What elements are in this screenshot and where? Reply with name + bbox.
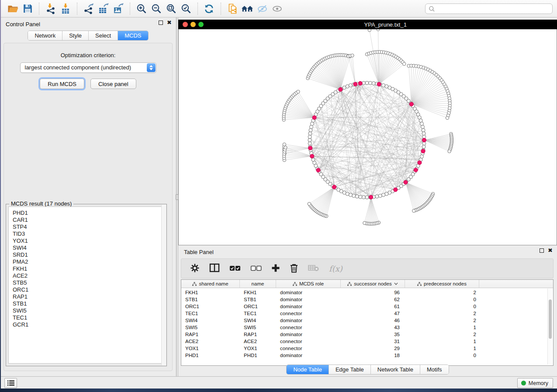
tab-motifs[interactable]: Motifs — [420, 365, 449, 374]
search-input[interactable] — [435, 4, 552, 13]
table-tabbar: Node Table Edge Table Network Table Moti… — [178, 364, 557, 375]
tab-network-table[interactable]: Network Table — [371, 365, 420, 374]
table-cell-successor_nodes: 96 — [341, 290, 405, 297]
run-mcds-button[interactable]: Run MCDS — [40, 79, 84, 89]
tab-select[interactable]: Select — [89, 31, 118, 40]
mcds-result-item[interactable]: PMA2 — [13, 258, 164, 265]
tab-style[interactable]: Style — [62, 31, 89, 40]
tab-mcds[interactable]: MCDS — [118, 31, 148, 40]
node-table-header: shared name name MCDS role successor nod… — [181, 280, 553, 288]
float-panel-button[interactable] — [159, 21, 163, 25]
mcds-result-item[interactable]: STB1 — [13, 300, 164, 307]
zoom-selected-button[interactable] — [179, 1, 194, 16]
column-header-shared-name[interactable]: shared name — [181, 280, 240, 288]
select-all-button[interactable] — [229, 265, 241, 272]
table-settings-button[interactable] — [190, 263, 200, 274]
save-session-button[interactable] — [20, 1, 35, 16]
show-columns-button[interactable] — [209, 263, 220, 274]
show-all-button[interactable] — [270, 1, 284, 16]
close-panel-button-mcds[interactable]: Close panel — [90, 79, 136, 89]
minimize-window-button[interactable] — [190, 22, 196, 27]
mcds-result-item[interactable]: SWI4 — [13, 244, 164, 251]
column-header-name[interactable]: name — [240, 280, 276, 288]
mcds-result-item[interactable]: STB5 — [13, 279, 164, 286]
mcds-result-item[interactable]: STP4 — [13, 224, 164, 230]
attribute-icon — [293, 282, 297, 286]
table-scrollbar-thumb[interactable] — [549, 299, 552, 339]
table-row[interactable]: STB1STB1dominator620 — [181, 297, 553, 304]
plus-icon — [271, 264, 280, 272]
network-canvas[interactable] — [178, 29, 557, 245]
import-network-button[interactable] — [43, 1, 58, 16]
mcds-result-item[interactable]: SWI5 — [13, 307, 164, 314]
open-file-button[interactable] — [5, 1, 20, 16]
close-window-button[interactable] — [183, 22, 188, 27]
network-canvas-svg — [179, 29, 557, 244]
table-cell-mcds_role: dominator — [276, 332, 341, 339]
tab-edge-table[interactable]: Edge Table — [329, 365, 371, 374]
hide-selected-button[interactable] — [255, 1, 270, 16]
table-cell-shared_name: SWI4 — [181, 318, 240, 325]
close-panel-button[interactable]: ✖ — [167, 21, 172, 25]
export-table-button[interactable] — [96, 1, 111, 16]
export-image-button[interactable] — [111, 1, 126, 16]
network-window: YPA_prune.txt_1 — [178, 20, 557, 245]
table-row[interactable]: TEC1TEC1connector472 — [181, 311, 553, 318]
memory-button[interactable]: Memory — [517, 378, 553, 388]
close-table-panel-button[interactable]: ✖ — [548, 248, 553, 253]
duplicate-network-button[interactable] — [225, 1, 240, 16]
table-row[interactable]: FKH1FKH1dominator962 — [181, 290, 553, 297]
delete-column-button[interactable] — [290, 263, 298, 274]
task-history-button[interactable] — [4, 378, 17, 388]
function-builder-button[interactable]: f(x) — [329, 264, 343, 273]
column-header-mcds-role[interactable]: MCDS role — [276, 280, 341, 288]
tab-network[interactable]: Network — [28, 31, 62, 40]
mcds-result-item[interactable]: FKH1 — [13, 265, 164, 272]
export-network-button[interactable] — [81, 1, 96, 16]
mcds-result-item[interactable]: ACE2 — [13, 272, 164, 279]
delete-table-button[interactable] — [308, 264, 319, 273]
table-cell-mcds_role: dominator — [276, 297, 341, 304]
apply-layout-button[interactable] — [202, 1, 217, 16]
mcds-list-scrollbar[interactable] — [161, 205, 166, 365]
mcds-result-list[interactable]: PHD1CAR1STP4TID3YOX1SWI4SRD1PMA2FKH1ACE2… — [8, 206, 164, 364]
table-cell-shared_name: FKH1 — [181, 290, 240, 297]
network-window-titlebar[interactable]: YPA_prune.txt_1 — [178, 20, 557, 29]
tab-node-table[interactable]: Node Table — [287, 365, 329, 374]
mcds-result-item[interactable]: CAR1 — [13, 217, 164, 224]
mcds-result-item[interactable]: RAP1 — [13, 293, 164, 300]
deselect-all-button[interactable] — [250, 265, 262, 272]
table-row[interactable]: RAP1RAP1dominator352 — [181, 332, 553, 339]
table-row[interactable]: YOX1YOX1connector291 — [181, 346, 553, 353]
search-field[interactable] — [425, 3, 553, 14]
import-table-button[interactable] — [58, 1, 73, 16]
criterion-dropdown[interactable]: largest connected component (undirected) — [20, 62, 156, 73]
first-neighbors-button[interactable] — [240, 1, 255, 16]
mcds-result-item[interactable]: YOX1 — [13, 237, 164, 244]
mcds-result-item[interactable]: SRD1 — [13, 251, 164, 258]
zoom-out-button[interactable] — [149, 1, 164, 16]
table-row[interactable]: ACE2ACE2connector311 — [181, 339, 553, 346]
table-row[interactable]: SWI5SWI5connector431 — [181, 325, 553, 332]
zoom-fit-button[interactable] — [164, 1, 179, 16]
mcds-result-item[interactable]: PHD1 — [13, 210, 164, 217]
node-table: shared name name MCDS role successor nod… — [181, 279, 554, 366]
mcds-result-item[interactable]: GCR1 — [13, 321, 164, 328]
column-header-predecessor-nodes[interactable]: predecessor nodes — [405, 280, 479, 288]
zoom-in-icon — [136, 3, 147, 14]
add-column-button[interactable] — [271, 264, 280, 274]
table-row[interactable]: PHD1PHD1dominator180 — [181, 353, 553, 360]
mcds-result-item[interactable]: ORC1 — [13, 286, 164, 293]
mcds-result-item[interactable]: TID3 — [13, 230, 164, 237]
mcds-result-item[interactable]: TEC1 — [13, 314, 164, 321]
column-header-successor-nodes[interactable]: successor nodes — [341, 280, 405, 288]
table-row[interactable]: ORC1ORC1dominator610 — [181, 304, 553, 311]
zoom-in-button[interactable] — [134, 1, 149, 16]
eye-icon — [271, 3, 283, 14]
table-row[interactable]: SWI4SWI4dominator462 — [181, 318, 553, 325]
float-table-panel-button[interactable] — [540, 248, 544, 253]
table-scrollbar[interactable] — [547, 289, 552, 364]
control-panel-title: Control Panel — [6, 21, 40, 28]
maximize-window-button[interactable] — [198, 22, 204, 27]
table-cell-predecessor_nodes: 1 — [405, 346, 479, 353]
